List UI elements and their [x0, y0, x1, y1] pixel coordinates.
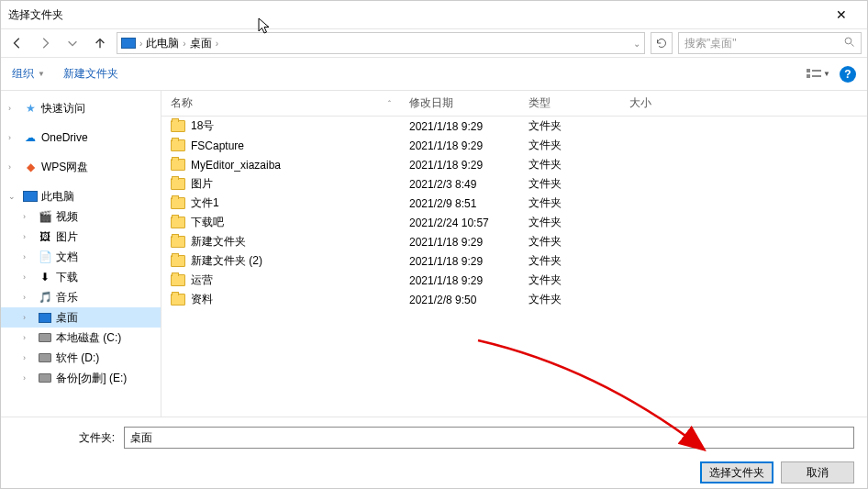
tree-item[interactable]: ›🎵音乐 — [1, 287, 161, 307]
file-date: 2021/1/18 9:29 — [400, 159, 519, 172]
file-type: 文件夹 — [519, 118, 620, 134]
tree-this-pc[interactable]: ⌄此电脑 — [1, 186, 161, 206]
tree-item[interactable]: ›📄文档 — [1, 247, 161, 267]
path-segment[interactable]: 桌面 — [190, 36, 212, 51]
this-pc-icon — [121, 38, 136, 49]
tree-item-label: 桌面 — [56, 310, 78, 326]
folder-icon — [171, 274, 185, 286]
folder-icon — [171, 255, 185, 267]
content: ›★快速访问 ›☁OneDrive ›◆WPS网盘 ⌄此电脑 ›🎬视频›🖼图片›… — [1, 91, 867, 417]
tree-item-label: 软件 (D:) — [56, 350, 99, 366]
list-item[interactable]: 新建文件夹 (2)2021/1/18 9:29文件夹 — [161, 251, 867, 271]
select-folder-button[interactable]: 选择文件夹 — [700, 461, 773, 483]
organize-button[interactable]: 组织 ▼ — [12, 66, 45, 82]
chevron-right-icon: › — [216, 39, 218, 49]
address-bar[interactable]: › 此电脑 › 桌面 › ⌄ — [117, 32, 645, 54]
svg-rect-2 — [807, 69, 810, 72]
svg-rect-3 — [812, 70, 821, 72]
help-button[interactable]: ? — [840, 66, 856, 83]
file-list: 名称ˆ 修改日期 类型 大小 18号2021/1/18 9:29文件夹FSCap… — [161, 91, 867, 417]
recent-dropdown[interactable] — [61, 32, 83, 54]
list-item[interactable]: 文件12021/2/9 8:51文件夹 — [161, 194, 867, 213]
tree-item-icon — [38, 351, 52, 364]
col-date[interactable]: 修改日期 — [400, 95, 519, 111]
folder-icon — [171, 217, 185, 228]
svg-line-1 — [851, 43, 854, 46]
tree-item-label: 备份[勿删] (E:) — [56, 371, 127, 386]
file-name: FSCapture — [191, 139, 244, 152]
close-button[interactable]: ✕ — [823, 7, 860, 22]
toolbar: 组织 ▼ 新建文件夹 ▼ ? — [1, 58, 867, 91]
tree-item[interactable]: ›软件 (D:) — [1, 348, 161, 368]
list-item[interactable]: 资料2021/2/8 9:50文件夹 — [161, 290, 867, 309]
col-name[interactable]: 名称ˆ — [161, 95, 400, 111]
cancel-button[interactable]: 取消 — [781, 461, 854, 483]
titlebar: 选择文件夹 ✕ — [1, 1, 867, 28]
tree-item-icon: 🎬 — [38, 210, 52, 223]
chevron-right-icon: › — [139, 39, 142, 49]
tree-item-icon: 🖼 — [38, 230, 52, 243]
svg-rect-4 — [807, 74, 810, 78]
list-item[interactable]: 图片2021/2/3 8:49文件夹 — [161, 174, 867, 194]
file-name: 新建文件夹 (2) — [191, 253, 262, 269]
new-folder-button[interactable]: 新建文件夹 — [63, 66, 118, 82]
folder-input[interactable] — [124, 427, 854, 449]
col-size[interactable]: 大小 — [620, 95, 694, 111]
wps-icon: ◆ — [23, 161, 38, 173]
file-date: 2021/1/18 9:29 — [400, 139, 519, 152]
search-icon — [844, 37, 855, 50]
file-name: 下载吧 — [191, 215, 224, 230]
file-type: 文件夹 — [519, 292, 620, 307]
tree-item-icon: 🎵 — [38, 291, 52, 304]
file-date: 2021/1/18 9:29 — [400, 255, 519, 268]
folder-icon — [171, 120, 185, 132]
list-item[interactable]: FSCapture2021/1/18 9:29文件夹 — [161, 136, 867, 155]
file-type: 文件夹 — [519, 195, 620, 211]
svg-point-0 — [845, 38, 851, 44]
search-input[interactable]: 搜索"桌面" — [678, 32, 862, 54]
refresh-button[interactable] — [651, 32, 673, 54]
file-name: 图片 — [191, 176, 213, 192]
forward-button[interactable] — [34, 32, 56, 54]
tree-wps[interactable]: ›◆WPS网盘 — [1, 157, 161, 177]
file-type: 文件夹 — [519, 138, 620, 153]
tree-item[interactable]: ›本地磁盘 (C:) — [1, 328, 161, 348]
list-header: 名称ˆ 修改日期 类型 大小 — [161, 91, 867, 117]
list-item[interactable]: 运营2021/1/18 9:29文件夹 — [161, 271, 867, 290]
tree-item-icon: ⬇ — [38, 271, 52, 283]
file-type: 文件夹 — [519, 272, 620, 288]
view-button[interactable]: ▼ — [807, 69, 830, 80]
tree-item[interactable]: ›🎬视频 — [1, 206, 161, 227]
file-type: 文件夹 — [519, 176, 620, 192]
chevron-right-icon: › — [183, 39, 185, 49]
col-type[interactable]: 类型 — [519, 95, 620, 111]
file-name: 资料 — [191, 292, 213, 307]
tree-item-icon — [38, 311, 52, 324]
file-type: 文件夹 — [519, 157, 620, 172]
tree-quick-access[interactable]: ›★快速访问 — [1, 98, 161, 118]
tree-item[interactable]: ›⬇下载 — [1, 267, 161, 287]
tree-item-label: 图片 — [56, 229, 78, 245]
up-button[interactable] — [89, 32, 111, 54]
file-type: 文件夹 — [519, 253, 620, 269]
list-item[interactable]: 18号2021/1/18 9:29文件夹 — [161, 117, 867, 136]
folder-icon — [171, 236, 185, 248]
file-date: 2021/2/9 8:51 — [400, 197, 519, 210]
file-name: 新建文件夹 — [191, 234, 246, 250]
tree-item-icon — [38, 331, 52, 344]
file-date: 2021/1/18 9:29 — [400, 120, 519, 133]
file-date: 2021/2/8 9:50 — [400, 294, 519, 306]
tree-item-icon — [38, 372, 52, 384]
tree-item[interactable]: ›备份[勿删] (E:) — [1, 368, 161, 388]
tree-item[interactable]: ›🖼图片 — [1, 227, 161, 247]
list-item[interactable]: 新建文件夹2021/1/18 9:29文件夹 — [161, 232, 867, 251]
back-button[interactable] — [6, 32, 28, 54]
window-title: 选择文件夹 — [8, 7, 823, 23]
tree-item[interactable]: ›桌面 — [1, 307, 161, 328]
chevron-down-icon[interactable]: ⌄ — [633, 39, 640, 49]
path-segment[interactable]: 此电脑 — [146, 36, 179, 51]
list-item[interactable]: MyEditor_xiazaiba2021/1/18 9:29文件夹 — [161, 155, 867, 174]
svg-rect-5 — [812, 75, 821, 77]
list-item[interactable]: 下载吧2021/2/24 10:57文件夹 — [161, 213, 867, 232]
tree-onedrive[interactable]: ›☁OneDrive — [1, 128, 161, 148]
